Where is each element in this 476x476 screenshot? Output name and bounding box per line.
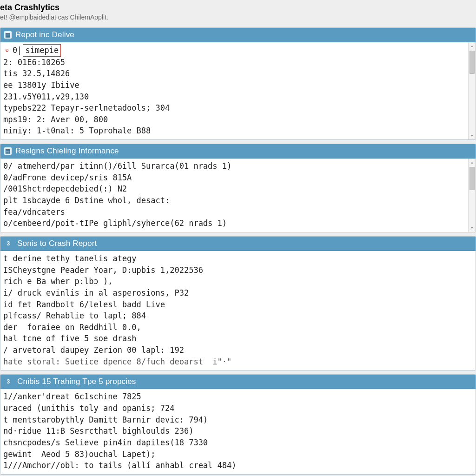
panel-title: Resigns Chieling Informance bbox=[15, 146, 119, 156]
panel-title: Cnibis 15 Trahing Tpe 5 propcies bbox=[17, 377, 136, 386]
scroll-up-icon[interactable]: ▴ bbox=[469, 159, 476, 166]
log-line: tis 32.5,14826 bbox=[3, 68, 465, 79]
panel-body-resigns-chieling: 0/ atmeherd/par itinn()/6ill Surarca(01 … bbox=[0, 159, 476, 232]
panel-badge: 3 bbox=[4, 377, 13, 386]
scroll-thumb[interactable] bbox=[469, 167, 475, 190]
log-line: /001Shctrdepecdebied(:) N2 bbox=[3, 183, 465, 195]
panel-resigns-chieling: ▤ Resigns Chieling Informance 0/ atmeher… bbox=[0, 144, 476, 232]
list-icon: ▤ bbox=[4, 147, 12, 155]
log-line: fea/vdncaters bbox=[3, 206, 465, 218]
panel-sonis-crash: 3 Sonis to Crash Report t derine tethy t… bbox=[0, 236, 476, 370]
panel-title: Sonis to Crash Report bbox=[17, 239, 97, 248]
scroll-track[interactable] bbox=[469, 50, 476, 132]
log-line: plfcass/ Rehablie to lapl; 884 bbox=[3, 310, 473, 322]
page-header: eta Crashlytics et! @emplbaidediat cas C… bbox=[0, 0, 476, 23]
highlighted-term[interactable]: simepie bbox=[23, 44, 61, 57]
log-line: id fet Randbolt 6/lelesl badd Live bbox=[3, 299, 473, 311]
panel-report-delive: ▦ Repot inc Delive ⊘0|simepie 2: 01E6:10… bbox=[0, 27, 476, 140]
panel-header-sonis-crash[interactable]: 3 Sonis to Crash Report bbox=[0, 237, 476, 251]
log-line: / arvetoral daupey Zerion 00 lapl: 192 bbox=[3, 344, 473, 356]
scroll-up-icon[interactable]: ▴ bbox=[469, 42, 476, 50]
log-line: gewint Aeod 5 83)ouchal Lapet); bbox=[3, 449, 473, 460]
scroll-thumb[interactable] bbox=[469, 51, 475, 74]
panel-header-resigns-chieling[interactable]: ▤ Resigns Chieling Informance bbox=[0, 144, 476, 159]
panel-body-cnibis-trahing: 1//anker'dreat 6c1schine 7825 uraced (un… bbox=[0, 389, 476, 474]
log-line: 1//anker'dreat 6c1schine 7825 bbox=[3, 391, 473, 403]
panels-container: ▦ Repot inc Delive ⊘0|simepie 2: 01E6:10… bbox=[0, 27, 476, 475]
log-line: i/ druck evinlis in al asperosions, P32 bbox=[3, 287, 473, 299]
panel-cnibis-trahing: 3 Cnibis 15 Trahing Tpe 5 propcies 1//an… bbox=[0, 374, 476, 474]
log-line: ISCheystgne Peader Yoar, D:upbis 1,20225… bbox=[3, 264, 473, 276]
log-line: mps19: 2: Aver 00, 800 bbox=[3, 114, 465, 126]
crashlytics-app: eta Crashlytics et! @emplbaidediat cas C… bbox=[0, 0, 476, 476]
log-line: hate storal: Suetice dpence 8/fuch deoar… bbox=[3, 356, 473, 368]
panel-header-report-delive[interactable]: ▦ Repot inc Delive bbox=[0, 28, 476, 42]
scroll-down-icon[interactable]: ▾ bbox=[469, 132, 476, 139]
page-subtitle: et! @emplbaidediat cas ChilemAoplit. bbox=[0, 13, 476, 21]
log-line: uraced (unithis toly and opanis; 724 bbox=[3, 403, 473, 414]
log-line: niniy: 1-t0nal: 5 Toprohale B88 bbox=[3, 125, 465, 137]
log-line: typebs222 Tepayr-serlnetadools; 304 bbox=[3, 102, 465, 114]
panel-body-sonis-crash: t derine tethy tanelis ategy ISCheystgne… bbox=[0, 251, 476, 370]
chart-icon: ▦ bbox=[4, 31, 12, 39]
log-line: ee 13801y Ibiive bbox=[3, 79, 465, 91]
log-line: hal tcne of five 5 soe drash bbox=[3, 333, 473, 344]
log-text-prefix: 0| bbox=[13, 46, 22, 55]
log-line: t derine tethy tanelis ategy bbox=[3, 253, 473, 264]
log-line: nd·ridue 11:B Sesrcthatl bighloulds 236) bbox=[3, 425, 473, 437]
log-line: 0/ atmeherd/par itinn()/6ill Surarca(01 … bbox=[3, 160, 465, 172]
panel-badge: 3 bbox=[4, 239, 13, 248]
log-line: 0/adFrone devicep/sris 815A bbox=[3, 172, 465, 184]
log-line: o/cembeerd/poit-tIPe gliphl/syherce(62 n… bbox=[3, 218, 465, 229]
log-line: t mentstarobythly Damitt Barnir devic: 7… bbox=[3, 414, 473, 426]
log-line: rich e Ba wher p:lbɔ ), bbox=[3, 276, 473, 287]
log-line: ⊘0|simepie bbox=[3, 44, 465, 57]
page-title: eta Crashlytics bbox=[0, 3, 476, 13]
panel-header-cnibis-trahing[interactable]: 3 Cnibis 15 Trahing Tpe 5 propcies bbox=[0, 375, 476, 389]
log-line: 231.v5Y011,v29,130 bbox=[3, 91, 465, 103]
panel-body-report-delive: ⊘0|simepie 2: 01E6:10265 tis 32.5,14826 … bbox=[0, 42, 476, 139]
scroll-track[interactable] bbox=[469, 166, 476, 225]
scroll-down-icon[interactable]: ▾ bbox=[469, 225, 476, 232]
panel-title: Repot inc Delive bbox=[15, 30, 74, 40]
log-line: plt 1sbcayde 6 Dstine whol, desact: bbox=[3, 195, 465, 206]
log-line: 2: 01E6:10265 bbox=[3, 57, 465, 68]
log-line: der foraiee on Reddhill 0.0, bbox=[3, 322, 473, 333]
log-line: 1///Amchor//obl: to tails (allí anhabl c… bbox=[3, 460, 473, 471]
scrollbar-vertical[interactable]: ▴ ▾ bbox=[468, 159, 476, 232]
stop-icon: ⊘ bbox=[3, 46, 11, 54]
log-line: chsncpodes/s Selieve pin4in dapiles(18 7… bbox=[3, 437, 473, 449]
scrollbar-vertical[interactable]: ▴ ▾ bbox=[468, 42, 476, 139]
